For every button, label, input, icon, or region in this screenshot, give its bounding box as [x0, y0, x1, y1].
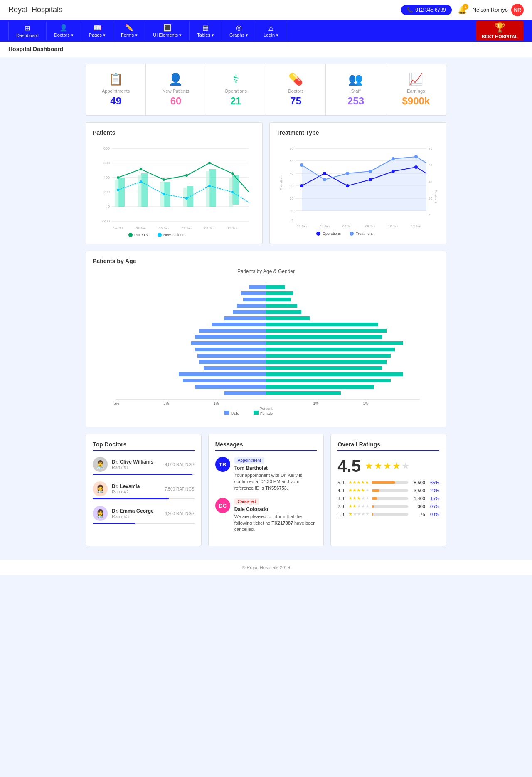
- operations-label: Operations: [210, 89, 261, 94]
- svg-point-74: [323, 178, 326, 181]
- svg-rect-137: [266, 354, 391, 358]
- rating-count-3: 1,400: [411, 496, 425, 501]
- svg-rect-132: [266, 323, 378, 326]
- message-text-1: Your appointment with Dr. Kelly is confi…: [234, 472, 317, 491]
- svg-rect-135: [266, 341, 403, 345]
- top-doctors-title: Top Doctors: [93, 441, 195, 451]
- stat-staff: 👥 Staff 253: [326, 64, 386, 115]
- svg-point-67: [300, 184, 303, 187]
- rating-label-5: 5.0: [337, 480, 346, 485]
- doctor-name-2: Dr. Levsmia: [112, 483, 160, 489]
- new-patients-icon: 👤: [150, 72, 201, 86]
- message-badge-2: Cancelled: [234, 498, 259, 505]
- doctor-ratings-1: 9,800 RATINGS: [165, 462, 195, 467]
- doctor-avatar-3: 👩‍⚕️: [93, 506, 108, 521]
- svg-rect-142: [266, 385, 374, 389]
- nav-graphs[interactable]: ◎ Graphs ▾: [222, 21, 256, 40]
- doctors-icon: 👤: [59, 24, 68, 32]
- star-4: ★: [392, 461, 401, 471]
- nav-doctors[interactable]: 👤 Doctors ▾: [47, 21, 81, 40]
- appointments-label: Appointments: [90, 89, 141, 94]
- notification-badge: 1: [463, 4, 468, 10]
- svg-rect-141: [266, 379, 391, 382]
- stats-row: 📋 Appointments 49 👤 New Patients 60 ⚕ Op…: [86, 64, 446, 116]
- message-text-2: We are pleased to inform that the follow…: [234, 513, 317, 533]
- age-chart-title: Patients by Age: [93, 258, 439, 264]
- message-badge-1: Appointment: [234, 457, 264, 464]
- notification-bell[interactable]: 🔔 1: [458, 5, 467, 15]
- svg-rect-133: [266, 329, 387, 333]
- phone-button[interactable]: 📞 012 345 6789: [401, 5, 451, 15]
- rating-count-4: 3,500: [411, 488, 425, 493]
- svg-text:30: 30: [290, 184, 293, 188]
- svg-rect-124: [195, 385, 266, 389]
- age-chart-svg: 85+ 80-84 75-79 70-74 65-69 60-64 55-59 …: [93, 278, 439, 419]
- svg-point-29: [231, 172, 234, 175]
- doctor-progress-fill-3: [93, 523, 135, 524]
- nav-tables[interactable]: ▦ Tables ▾: [190, 21, 222, 40]
- nav-dashboard[interactable]: ⊞ Dashboard: [8, 22, 47, 40]
- rating-row-2: 2.0 ★★★★★ 300 05%: [337, 503, 439, 509]
- svg-rect-140: [266, 372, 403, 376]
- patients-chart-svg: 800 600 400 200 0 -200: [93, 140, 256, 236]
- svg-text:50: 50: [290, 159, 293, 163]
- svg-text:60: 60: [290, 147, 293, 150]
- rating-pct-5: 65%: [428, 480, 439, 485]
- rating-bar-fill-4: [372, 489, 379, 492]
- message-avatar-1: TB: [215, 457, 230, 472]
- nav-login[interactable]: △ Login ▾: [256, 21, 286, 40]
- rating-count-1: 75: [411, 512, 425, 517]
- messages-card: Messages TB Appointment Tom Bartholet Yo…: [208, 434, 324, 546]
- svg-rect-13: [141, 173, 148, 207]
- earnings-value: $900k: [390, 95, 442, 107]
- rating-bar-fill-1: [372, 513, 373, 516]
- doctor-info-3: Dr. Emma George Rank #3: [112, 508, 160, 519]
- svg-text:05 Jan: 05 Jan: [159, 227, 169, 230]
- svg-rect-152: [254, 411, 259, 415]
- doctor-info-1: Dr. Clive Williams Rank #1: [112, 459, 160, 470]
- earnings-label: Earnings: [390, 89, 442, 94]
- svg-text:200: 200: [103, 190, 110, 194]
- svg-rect-129: [266, 304, 297, 308]
- svg-point-42: [128, 233, 133, 237]
- brand-name: Royal: [8, 5, 27, 14]
- rating-bar-3: [372, 497, 408, 500]
- svg-text:Patients: Patients: [134, 233, 148, 237]
- rating-label-4: 4.0: [337, 488, 346, 493]
- nav-ui-elements[interactable]: 🔳 UI Elements ▾: [145, 21, 190, 40]
- rating-bar-fill-2: [372, 505, 374, 508]
- rating-stars-2: ★★★★★: [348, 503, 369, 509]
- svg-text:1%: 1%: [213, 401, 219, 405]
- svg-text:3%: 3%: [163, 401, 169, 405]
- doctors-stat-icon: 💊: [270, 72, 321, 86]
- overall-ratings-title: Overall Ratings: [337, 441, 439, 451]
- svg-text:Treatment: Treatment: [434, 190, 437, 203]
- earnings-icon: 📈: [390, 72, 442, 86]
- best-hospital-badge: 🏆 BEST HOSPITAL: [476, 21, 524, 41]
- svg-point-72: [414, 165, 418, 169]
- svg-point-77: [392, 157, 395, 160]
- doctor-item-2: 👩‍⚕️ Dr. Levsmia Rank #2 7,500 RATINGS: [93, 481, 195, 499]
- breadcrumb: Hospital Dashboard: [0, 42, 532, 57]
- svg-rect-114: [212, 323, 266, 326]
- nav-pages[interactable]: 📖 Pages ▾: [81, 21, 113, 40]
- svg-text:02 Jan: 02 Jan: [297, 224, 307, 228]
- svg-point-31: [140, 180, 142, 183]
- login-icon: △: [268, 24, 273, 32]
- treatment-chart-svg: 60 50 40 30 20 10 0 80 60 40 20 0 Operat…: [276, 140, 439, 236]
- operations-value: 21: [210, 95, 261, 107]
- svg-text:5%: 5%: [113, 401, 119, 405]
- doctor-rank-2: Rank #2: [112, 489, 160, 494]
- nav-forms[interactable]: ✏️ Forms ▾: [113, 21, 145, 40]
- svg-text:Treatment: Treatment: [356, 232, 373, 236]
- doctor-ratings-2: 7,500 RATINGS: [165, 487, 195, 491]
- overall-stars: ★ ★ ★ ★ ★: [365, 461, 410, 472]
- svg-rect-111: [237, 304, 266, 308]
- rating-pct-1: 03%: [428, 512, 439, 517]
- svg-rect-130: [266, 310, 301, 314]
- svg-point-35: [231, 191, 234, 193]
- svg-text:Female: Female: [260, 412, 273, 416]
- rating-stars-4: ★★★★★: [348, 488, 369, 493]
- rating-label-2: 2.0: [337, 504, 346, 509]
- svg-rect-120: [200, 360, 266, 364]
